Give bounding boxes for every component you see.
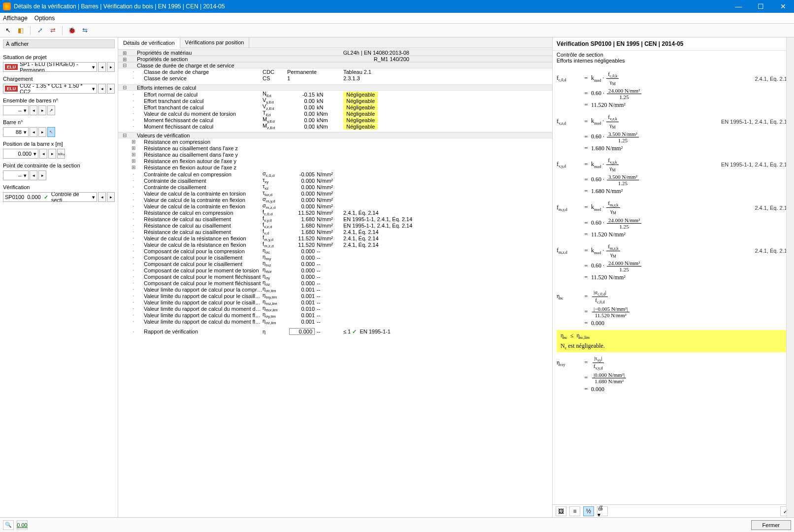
member-no-select[interactable]: 88 ▾ [3, 127, 29, 137]
collapse-icon[interactable]: ⊟ [119, 85, 130, 90]
group-internal-forces[interactable]: Efforts internes de calcul [137, 85, 263, 91]
vertical-scrollbar[interactable] [786, 37, 794, 517]
label-loading: Chargement [3, 76, 115, 82]
group-material-props[interactable]: Propriétés de matériau [137, 50, 263, 56]
row-vzed: Effort tranchant de calcul [137, 104, 263, 110]
collapse-icon[interactable]: ⊟ [119, 133, 130, 138]
expand-icon[interactable]: ⊞ [130, 139, 137, 144]
equations-area[interactable]: fc,0,d=kmod · fc,0,kγM2.4.1, Éq. 2.14 =0… [553, 67, 794, 504]
image-icon[interactable]: 🖼 [556, 506, 566, 516]
prev-button[interactable]: ◂ [98, 84, 106, 94]
collapse-icon[interactable]: ⊟ [119, 63, 130, 68]
next-button[interactable]: ▸ [107, 192, 115, 202]
footer: 🔍 0.00 Fermer [0, 517, 794, 532]
expand-icon[interactable]: ⊞ [119, 57, 130, 62]
group-verif-values[interactable]: Valeurs de vérification [137, 133, 263, 138]
prev-button[interactable]: ◂ [98, 192, 106, 202]
tool-swap-icon[interactable]: ⇄ [48, 26, 58, 35]
dropdown-icon: ▾ [24, 172, 27, 179]
print-icon[interactable]: 🖨 ▾ [597, 506, 608, 516]
zoom-level[interactable]: 0.00 [17, 520, 28, 530]
next-button[interactable]: ▸ [107, 62, 115, 72]
tool-cursor-icon[interactable]: ↖ [3, 26, 13, 35]
close-button[interactable]: ✕ [772, 0, 794, 13]
row-res-bend-z[interactable]: Résistance en flexion autour de l'axe z [137, 165, 263, 170]
row-res-bend-y[interactable]: Résistance en flexion autour de l'axe y [137, 158, 263, 164]
loading-select[interactable]: ELU CO2 - 1.35 * CC1 + 1.50 * CC2 ▾ [3, 84, 97, 94]
tab-by-position[interactable]: Vérifications par position [180, 37, 250, 48]
verification-name: Contrôle de secti… [51, 192, 89, 202]
left-panel: À afficher Situation de projet ELU SP1 -… [0, 37, 118, 517]
window-controls: — ☐ ✕ [728, 0, 794, 13]
pick-button[interactable]: ↖ [47, 127, 55, 137]
right-panel-toolbar: 🖼 ≡ ½ 🖨 ▾ ⤢ [553, 504, 794, 517]
dropdown-icon: ▾ [33, 151, 36, 157]
tab-details[interactable]: Détails de vérification [118, 38, 180, 48]
window-title: Détails de la vérification | Barres | Vé… [14, 3, 728, 10]
row-res-comp[interactable]: Résistance en compression [137, 139, 263, 145]
prev-button[interactable]: ◂ [39, 149, 47, 159]
separator [30, 26, 31, 35]
row-class-service: Classe de service [137, 75, 263, 81]
check-icon: ✓ [44, 194, 48, 200]
center-panel: Détails de vérification Vérifications pa… [118, 37, 553, 517]
row-res-shear-z[interactable]: Résistance au cisaillement dans l'axe z [137, 145, 263, 151]
expand-icon[interactable]: ⊞ [130, 145, 137, 151]
tool-select-icon[interactable]: ◧ [16, 26, 26, 35]
row-res-shear-y[interactable]: Résistance au cisaillement dans l'axe y [137, 152, 263, 158]
panel-heading-to-show: À afficher [3, 39, 115, 48]
right-panel: Vérification SP0100 | EN 1995 | CEN | 20… [553, 37, 794, 517]
project-situation-select[interactable]: ELU SP1 - ELU (STR/GEO) - Permanen… ▾ [3, 62, 97, 72]
prev-button[interactable]: ◂ [30, 170, 37, 180]
member-set-select[interactable]: -- ▾ [3, 105, 29, 115]
details-tree[interactable]: ⊞Propriétés de matériauGL24h | EN 14080:… [118, 48, 552, 517]
jump-button[interactable]: ↗ [47, 105, 55, 115]
prev-button[interactable]: ◂ [98, 62, 106, 72]
group-load-duration[interactable]: Classe de durée de charge et de service [137, 63, 263, 68]
search-icon[interactable]: 🔍 [3, 520, 14, 530]
expand-icon[interactable]: ⊞ [119, 50, 130, 56]
next-button[interactable]: ▸ [48, 149, 56, 159]
badge-negligible: Négligeable [343, 92, 378, 98]
label-stress-point: Point de contrainte de la section [3, 163, 115, 168]
expand-icon[interactable]: ⊞ [130, 158, 137, 164]
expand-icon[interactable]: ⊞ [130, 152, 137, 157]
next-button[interactable]: ▸ [38, 170, 46, 180]
badge-elu: ELU [5, 64, 18, 70]
member-no-value: 88 [16, 129, 22, 135]
check-icon: ✓ [352, 329, 357, 334]
next-button[interactable]: ▸ [38, 105, 46, 115]
row-ted: Valeur de calcul du moment de torsion [137, 111, 263, 117]
tool-flow-icon[interactable]: ⇆ [80, 26, 90, 35]
maximize-button[interactable]: ☐ [750, 0, 772, 13]
verification-select[interactable]: SP0100 0.000 ✓ Contrôle de secti… ▾ [3, 192, 97, 202]
label-project-situation: Situation de projet [3, 54, 115, 60]
menu-view[interactable]: Affichage [3, 15, 28, 22]
fraction-view-icon[interactable]: ½ [583, 506, 594, 516]
prev-button[interactable]: ◂ [30, 105, 37, 115]
menu-options[interactable]: Options [34, 15, 55, 22]
loading-value: CO2 - 1.35 * CC1 + 1.50 * CC2 [20, 84, 92, 94]
position-select[interactable]: 0.000 ▾ [3, 149, 38, 159]
label-verification: Vérification [3, 184, 115, 190]
group-section-props[interactable]: Propriétés de section [137, 56, 263, 62]
list-icon[interactable]: ≡ [569, 506, 580, 516]
next-button[interactable]: ▸ [107, 84, 115, 94]
tabs: Détails de vérification Vérifications pa… [118, 37, 552, 48]
highlight-negligible: ηnc ≤ ηnc,lim Nc est négligeable. [557, 330, 790, 352]
prev-button[interactable]: ◂ [30, 127, 37, 137]
toolbar: ↖ ◧ ⤢ ⇄ 🐞 ⇆ [0, 24, 794, 37]
tool-axis-icon[interactable]: ⤢ [35, 26, 45, 35]
badge-elu: ELU [5, 86, 18, 92]
dropdown-icon: ▾ [24, 129, 27, 135]
close-dialog-button[interactable]: Fermer [751, 520, 791, 530]
row-mzed: Moment fléchissant de calcul [137, 124, 263, 130]
expand-icon[interactable]: ⊞ [130, 165, 137, 170]
next-button[interactable]: ▸ [38, 127, 46, 137]
verification-id: SP0100 [5, 194, 24, 200]
xi-button[interactable]: x/x₀ [57, 149, 65, 159]
tool-bug-icon[interactable]: 🐞 [67, 26, 77, 35]
verification-value: 0.000 [27, 194, 41, 200]
stress-point-select[interactable]: -- ▾ [3, 170, 29, 180]
minimize-button[interactable]: — [728, 0, 750, 13]
